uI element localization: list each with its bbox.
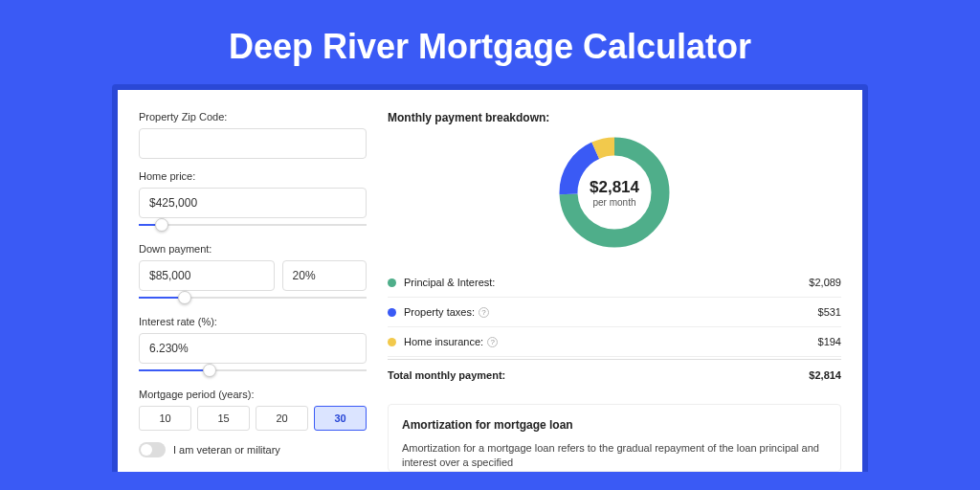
legend-value: $531	[818, 306, 841, 318]
amortization-body: Amortization for a mortgage loan refers …	[402, 441, 827, 471]
interest-rate-input[interactable]	[139, 333, 367, 364]
donut-chart: $2,814 per month	[556, 134, 673, 251]
legend-dot-icon	[388, 338, 396, 346]
donut-center: $2,814 per month	[556, 134, 673, 251]
period-option-30[interactable]: 30	[314, 406, 367, 431]
legend-text: Principal & Interest:	[404, 277, 495, 288]
veteran-label: I am veteran or military	[173, 444, 280, 456]
legend-row-taxes: Property taxes: ? $531	[388, 298, 841, 327]
legend-dot-icon	[388, 278, 396, 287]
info-icon[interactable]: ?	[479, 307, 489, 318]
legend-dot-icon	[388, 308, 396, 317]
period-option-10[interactable]: 10	[139, 406, 191, 431]
slider-thumb[interactable]	[178, 291, 191, 304]
down-payment-group: Down payment:	[139, 243, 367, 304]
amortization-heading: Amortization for mortgage loan	[402, 418, 827, 432]
legend-text: Property taxes:	[404, 306, 475, 318]
form-panel: Property Zip Code: Home price: Down paym…	[139, 111, 367, 472]
slider-thumb[interactable]	[203, 364, 216, 377]
zip-input[interactable]	[139, 128, 367, 159]
down-payment-slider[interactable]	[139, 291, 367, 304]
veteran-row: I am veteran or military	[139, 442, 367, 457]
legend-row-insurance: Home insurance: ? $194	[388, 327, 841, 357]
legend-text: Home insurance:	[404, 336, 483, 347]
donut-per-month: per month	[592, 197, 635, 208]
home-price-input[interactable]	[139, 188, 367, 218]
zip-field-group: Property Zip Code:	[139, 111, 367, 159]
donut-chart-wrap: $2,814 per month	[388, 134, 841, 251]
mortgage-period-group: Mortgage period (years): 10 15 20 30	[139, 389, 367, 431]
page-title: Deep River Mortgage Calculator	[0, 0, 980, 84]
period-option-20[interactable]: 20	[256, 406, 308, 431]
donut-total-amount: $2,814	[590, 178, 639, 197]
legend-value: $2,089	[809, 277, 841, 288]
total-value: $2,814	[809, 369, 841, 381]
info-icon[interactable]: ?	[487, 337, 498, 347]
legend-label: Principal & Interest:	[404, 277, 809, 288]
home-price-group: Home price:	[139, 170, 367, 232]
period-options: 10 15 20 30	[139, 406, 367, 431]
home-price-label: Home price:	[139, 170, 367, 182]
calculator-card: Property Zip Code: Home price: Down paym…	[118, 90, 862, 472]
home-price-slider[interactable]	[139, 218, 367, 232]
legend-label: Property taxes: ?	[404, 306, 818, 318]
amortization-card: Amortization for mortgage loan Amortizat…	[388, 404, 841, 472]
legend-label: Home insurance: ?	[404, 336, 818, 347]
interest-rate-group: Interest rate (%):	[139, 316, 367, 377]
interest-rate-label: Interest rate (%):	[139, 316, 367, 327]
breakdown-heading: Monthly payment breakdown:	[388, 111, 841, 124]
interest-rate-slider[interactable]	[139, 364, 367, 377]
down-payment-pct-input[interactable]	[282, 260, 367, 291]
down-payment-input[interactable]	[139, 260, 275, 291]
breakdown-panel: Monthly payment breakdown: $2,814 per mo…	[388, 111, 841, 472]
slider-fill	[139, 369, 210, 371]
period-option-15[interactable]: 15	[197, 406, 250, 431]
zip-label: Property Zip Code:	[139, 111, 367, 122]
legend-row-principal: Principal & Interest: $2,089	[388, 268, 841, 298]
slider-track	[139, 224, 367, 226]
total-row: Total monthly payment: $2,814	[388, 359, 841, 390]
total-label: Total monthly payment:	[388, 369, 809, 381]
veteran-toggle[interactable]	[139, 442, 166, 457]
mortgage-period-label: Mortgage period (years):	[139, 389, 367, 400]
calculator-card-frame: Property Zip Code: Home price: Down paym…	[112, 84, 868, 472]
legend-value: $194	[818, 336, 841, 347]
slider-thumb[interactable]	[155, 218, 168, 232]
down-payment-label: Down payment:	[139, 243, 367, 255]
